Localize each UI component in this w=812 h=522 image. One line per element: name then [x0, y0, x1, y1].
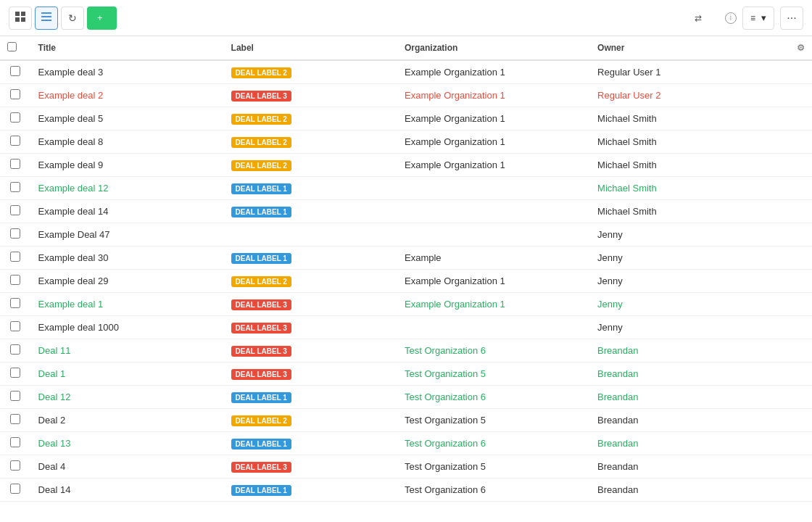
row-checkbox-cell	[0, 60, 31, 84]
cell-owner[interactable]: Breandan	[590, 478, 763, 502]
svg-rect-5	[41, 16, 51, 17]
cell-label: DEAL LABEL 2	[224, 409, 397, 432]
toolbar-left: ↻ +	[9, 7, 117, 30]
row-checkbox[interactable]	[10, 484, 20, 494]
row-checkbox[interactable]	[10, 66, 20, 76]
row-checkbox[interactable]	[10, 89, 20, 99]
cell-actions	[763, 270, 812, 293]
cell-title[interactable]: Deal 2	[31, 409, 224, 432]
cell-organization[interactable]: Example Organization 1	[397, 154, 590, 177]
cell-owner[interactable]: Regular User 2	[590, 84, 763, 107]
add-deal-button[interactable]: +	[87, 7, 117, 30]
cell-label: DEAL LABEL 3	[224, 293, 397, 316]
more-options-button[interactable]: ···	[780, 7, 803, 30]
cell-owner[interactable]: Breandan	[590, 455, 763, 478]
cell-title[interactable]: Deal 13	[31, 432, 224, 455]
cell-owner[interactable]: Jenny	[590, 293, 763, 316]
cell-owner[interactable]: Breandan	[590, 409, 763, 432]
refresh-button[interactable]: ↻	[61, 7, 84, 30]
cell-title[interactable]: Example deal 5	[31, 107, 224, 130]
cell-title[interactable]: Example deal 1	[31, 293, 224, 316]
cell-owner[interactable]: Michael Smith	[590, 200, 763, 223]
cell-organization[interactable]: Example Organization 1	[397, 270, 590, 293]
cell-organization[interactable]: Example Organization 1	[397, 293, 590, 316]
cell-owner[interactable]: Michael Smith	[590, 107, 763, 130]
cell-title[interactable]: Example deal 12	[31, 177, 224, 200]
cell-owner[interactable]: Jenny	[590, 223, 763, 246]
cell-organization[interactable]: Test Organization 5	[397, 455, 590, 478]
cell-title[interactable]: Deal 4	[31, 455, 224, 478]
row-checkbox[interactable]	[10, 275, 20, 285]
cell-owner[interactable]: Breandan	[590, 386, 763, 409]
row-checkbox[interactable]	[10, 460, 20, 471]
cell-title[interactable]: Deal 12	[31, 386, 224, 409]
row-checkbox[interactable]	[10, 368, 20, 378]
cell-title[interactable]: Deal 1	[31, 362, 224, 386]
row-checkbox[interactable]	[10, 159, 20, 169]
cell-organization[interactable]: Example	[397, 246, 590, 270]
cell-title[interactable]: Deal 11	[31, 339, 224, 362]
everyone-filter-button[interactable]: ≡ ▾	[742, 7, 774, 30]
svg-rect-6	[41, 20, 51, 21]
select-all-checkbox[interactable]	[7, 42, 17, 51]
cell-title[interactable]: Example deal 3	[31, 60, 224, 84]
cell-title[interactable]: Example deal 29	[31, 270, 224, 293]
cell-owner[interactable]: Jenny	[590, 316, 763, 339]
row-checkbox[interactable]	[10, 321, 20, 331]
row-checkbox[interactable]	[10, 228, 20, 239]
cell-owner[interactable]: Michael Smith	[590, 177, 763, 200]
cell-owner[interactable]: Jenny	[590, 270, 763, 293]
cell-organization[interactable]: Example Organization 1	[397, 60, 590, 84]
info-icon[interactable]: i	[725, 12, 737, 24]
cell-owner[interactable]: Regular User 1	[590, 60, 763, 84]
cell-label: DEAL LABEL 2	[224, 60, 397, 84]
cell-owner[interactable]: Breandan	[590, 432, 763, 455]
cell-title[interactable]: Example Deal 47	[31, 223, 224, 246]
deal-label-badge: DEAL LABEL 3	[231, 323, 291, 334]
deal-label-badge: DEAL LABEL 1	[231, 253, 291, 264]
cell-label: DEAL LABEL 3	[224, 455, 397, 478]
row-checkbox[interactable]	[10, 437, 20, 447]
cell-organization[interactable]: Test Organization 5	[397, 362, 590, 386]
cell-title[interactable]: Example deal 1000	[31, 316, 224, 339]
cell-actions	[763, 177, 812, 200]
settings-icon[interactable]: ⚙	[797, 43, 805, 53]
cell-title[interactable]: Example deal 14	[31, 200, 224, 223]
cell-title[interactable]: Example deal 8	[31, 130, 224, 154]
cell-title[interactable]: Example deal 30	[31, 246, 224, 270]
row-checkbox[interactable]	[10, 344, 20, 355]
cell-organization[interactable]: Test Organization 5	[397, 409, 590, 432]
cell-owner[interactable]: Michael Smith	[590, 130, 763, 154]
row-checkbox[interactable]	[10, 182, 20, 192]
row-checkbox[interactable]	[10, 112, 20, 123]
cell-organization	[397, 223, 590, 246]
grid-icon	[15, 12, 25, 24]
row-checkbox[interactable]	[10, 414, 20, 424]
cell-organization[interactable]: Example Organization 1	[397, 107, 590, 130]
row-checkbox-cell	[0, 316, 31, 339]
row-checkbox[interactable]	[10, 298, 20, 308]
cell-title[interactable]: Deal 14	[31, 478, 224, 502]
cell-title[interactable]: Example deal 2	[31, 84, 224, 107]
cell-actions	[763, 339, 812, 362]
cell-owner[interactable]: Jenny	[590, 246, 763, 270]
cell-owner[interactable]: Breandan	[590, 339, 763, 362]
cell-organization[interactable]: Example Organization 1	[397, 84, 590, 107]
cell-organization[interactable]: Test Organization 6	[397, 386, 590, 409]
row-checkbox[interactable]	[10, 391, 20, 401]
cell-owner[interactable]: Breandan	[590, 362, 763, 386]
row-checkbox[interactable]	[10, 205, 20, 215]
cell-actions	[763, 246, 812, 270]
grid-view-button[interactable]	[9, 7, 32, 30]
row-checkbox[interactable]	[10, 252, 20, 262]
cell-title[interactable]: Example deal 9	[31, 154, 224, 177]
row-checkbox-cell	[0, 455, 31, 478]
cell-organization[interactable]: Test Organization 6	[397, 432, 590, 455]
row-checkbox[interactable]	[10, 136, 20, 146]
cell-owner[interactable]: Michael Smith	[590, 154, 763, 177]
cell-organization[interactable]: Test Organization 6	[397, 339, 590, 362]
cell-organization[interactable]: Test Organization 6	[397, 478, 590, 502]
row-checkbox-cell	[0, 177, 31, 200]
cell-organization[interactable]: Example Organization 1	[397, 130, 590, 154]
list-view-button[interactable]	[35, 7, 58, 30]
